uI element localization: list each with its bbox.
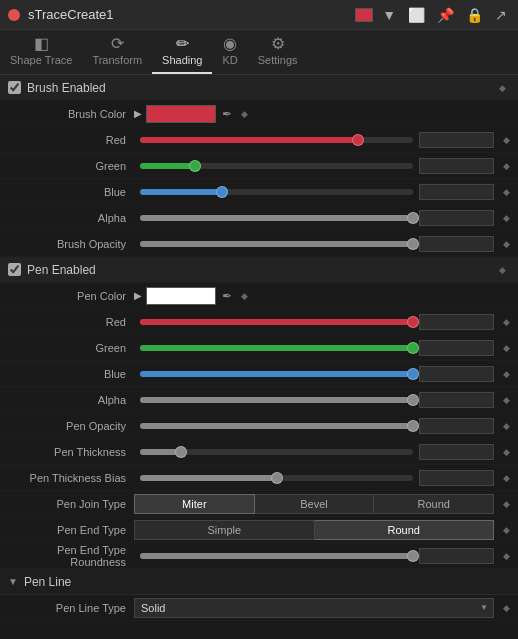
dropdown-arrow-icon[interactable]: ▼: [379, 7, 399, 23]
pen-join-type-control: Miter Bevel Round: [134, 494, 494, 514]
pen-thickness-bias-slider[interactable]: [140, 475, 413, 481]
pen-thickness-input[interactable]: 1.0: [419, 444, 494, 460]
pen-color-label: Pen Color: [4, 290, 134, 302]
pen-red-input[interactable]: 1.0: [419, 314, 494, 330]
brush-blue-input[interactable]: 0.3000000: [419, 184, 494, 200]
pen-end-roundness-slider[interactable]: [140, 553, 413, 559]
pen-join-type-diamond[interactable]: [498, 496, 514, 512]
pen-end-simple-btn[interactable]: Simple: [134, 520, 315, 540]
close-dot[interactable]: [8, 9, 20, 21]
pen-thickness-slider[interactable]: [140, 449, 413, 455]
pen-blue-slider[interactable]: [140, 371, 413, 377]
tab-transform-label: Transform: [92, 54, 142, 66]
pen-green-diamond[interactable]: [498, 340, 514, 356]
pen-join-miter-btn[interactable]: Miter: [134, 494, 255, 514]
pen-line-type-diamond[interactable]: [498, 600, 514, 616]
pen-end-round-btn[interactable]: Round: [315, 520, 495, 540]
pen-opacity-diamond[interactable]: [498, 418, 514, 434]
pen-color-row: Pen Color ▶ ✒: [0, 283, 518, 309]
pen-join-round-btn[interactable]: Round: [374, 494, 494, 514]
pen-thickness-bias-diamond[interactable]: [498, 470, 514, 486]
brush-green-input[interactable]: 0.2000000: [419, 158, 494, 174]
brush-alpha-diamond[interactable]: [498, 210, 514, 226]
pen-end-roundness-label: Pen End Type Roundness: [4, 544, 134, 568]
pen-alpha-row: Alpha 1.0: [0, 387, 518, 413]
brush-blue-slider[interactable]: [140, 189, 413, 195]
pen-enabled-row: Pen Enabled: [0, 257, 518, 283]
lock-icon[interactable]: 🔒: [463, 7, 486, 23]
brush-red-slider[interactable]: [140, 137, 413, 143]
brush-green-row: Green 0.2000000: [0, 153, 518, 179]
brush-red-label: Red: [4, 134, 134, 146]
pen-join-bevel-btn[interactable]: Bevel: [255, 494, 375, 514]
brush-color-row: Brush Color ▶ ✒: [0, 101, 518, 127]
brush-color-arrow[interactable]: ▶: [134, 108, 142, 119]
brush-green-label: Green: [4, 160, 134, 172]
pen-blue-diamond[interactable]: [498, 366, 514, 382]
brush-blue-row: Blue 0.3000000: [0, 179, 518, 205]
pen-line-section-header[interactable]: ▼ Pen Line: [0, 569, 518, 595]
pen-green-input[interactable]: 1.0: [419, 340, 494, 356]
title-color-swatch[interactable]: [355, 8, 373, 22]
pen-opacity-slider[interactable]: [140, 423, 413, 429]
pen-color-arrow[interactable]: ▶: [134, 290, 142, 301]
pen-enabled-label: Pen Enabled: [27, 263, 96, 277]
transform-icon: ⟳: [111, 36, 124, 52]
title-controls: ▼ ⬜ 📌 🔒 ↗: [355, 7, 510, 23]
brush-red-diamond[interactable]: [498, 132, 514, 148]
tab-shading[interactable]: ✏ Shading: [152, 32, 212, 74]
brush-opacity-label: Brush Opacity: [4, 238, 134, 250]
pen-thickness-diamond[interactable]: [498, 444, 514, 460]
brush-blue-label: Blue: [4, 186, 134, 198]
brush-enabled-diamond[interactable]: [494, 80, 510, 96]
pen-color-preview[interactable]: [146, 287, 216, 305]
pen-enabled-checkbox[interactable]: [8, 263, 21, 276]
brush-opacity-slider[interactable]: [140, 241, 413, 247]
brush-blue-diamond[interactable]: [498, 184, 514, 200]
pen-eyedropper-icon[interactable]: ✒: [222, 289, 232, 303]
brush-opacity-diamond[interactable]: [498, 236, 514, 252]
brush-color-diamond[interactable]: [236, 106, 252, 122]
brush-color-preview[interactable]: [146, 105, 216, 123]
tab-kd[interactable]: ◉ KD: [212, 32, 247, 74]
brush-alpha-slider[interactable]: [140, 215, 413, 221]
pen-line-type-select[interactable]: Solid Dashed Dotted: [134, 598, 494, 618]
pen-green-slider[interactable]: [140, 345, 413, 351]
kd-icon: ◉: [223, 36, 237, 52]
brush-alpha-row: Alpha 1.0: [0, 205, 518, 231]
title-bar: sTraceCreate1 ▼ ⬜ 📌 🔒 ↗: [0, 0, 518, 30]
pen-red-row: Red 1.0: [0, 309, 518, 335]
brush-enabled-row: Brush Enabled: [0, 75, 518, 101]
brush-opacity-input[interactable]: 1.0: [419, 236, 494, 252]
pen-alpha-input[interactable]: 1.0: [419, 392, 494, 408]
brush-enabled-checkbox[interactable]: [8, 81, 21, 94]
pen-red-diamond[interactable]: [498, 314, 514, 330]
tab-settings[interactable]: ⚙ Settings: [248, 32, 308, 74]
pen-alpha-slider[interactable]: [140, 397, 413, 403]
pen-end-roundness-diamond[interactable]: [498, 548, 514, 564]
pen-red-slider[interactable]: [140, 319, 413, 325]
pen-blue-input[interactable]: 1.0: [419, 366, 494, 382]
pen-thickness-bias-input[interactable]: 0.0: [419, 470, 494, 486]
brush-eyedropper-icon[interactable]: ✒: [222, 107, 232, 121]
pin-icon[interactable]: 📌: [434, 7, 457, 23]
pen-end-roundness-input[interactable]: 1.0: [419, 548, 494, 564]
brush-green-slider[interactable]: [140, 163, 413, 169]
tab-shape-trace[interactable]: ◧ Shape Trace: [0, 32, 82, 74]
tab-transform[interactable]: ⟳ Transform: [82, 32, 152, 74]
pen-alpha-diamond[interactable]: [498, 392, 514, 408]
tab-kd-label: KD: [222, 54, 237, 66]
window-icon[interactable]: ⬜: [405, 7, 428, 23]
pen-color-diamond[interactable]: [236, 288, 252, 304]
external-icon[interactable]: ↗: [492, 7, 510, 23]
pen-line-collapse-icon: ▼: [8, 576, 18, 587]
pen-enabled-diamond[interactable]: [494, 262, 510, 278]
brush-red-input[interactable]: 0.8000000: [419, 132, 494, 148]
brush-green-diamond[interactable]: [498, 158, 514, 174]
pen-opacity-input[interactable]: 1.0: [419, 418, 494, 434]
pen-end-type-diamond[interactable]: [498, 522, 514, 538]
shape-trace-icon: ◧: [34, 36, 49, 52]
brush-alpha-input[interactable]: 1.0: [419, 210, 494, 226]
brush-enabled-label: Brush Enabled: [27, 81, 106, 95]
pen-end-roundness-row: Pen End Type Roundness 1.0: [0, 543, 518, 569]
